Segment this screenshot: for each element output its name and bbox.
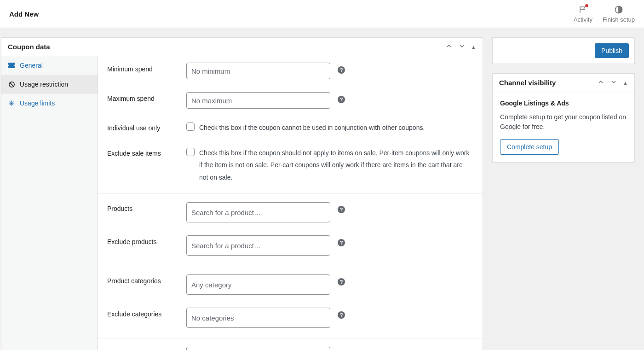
chevron-up-icon[interactable] [597, 78, 604, 87]
help-icon[interactable]: ? [338, 311, 345, 319]
coupon-data-panel: Coupon data ▲ General Usage restriction [1, 37, 483, 350]
finish-setup-button[interactable]: Finish setup [603, 5, 635, 23]
complete-setup-button[interactable]: Complete setup [500, 139, 559, 155]
help-icon[interactable]: ? [338, 206, 345, 213]
page-title: Add New [9, 10, 39, 18]
help-icon[interactable]: ? [338, 239, 345, 246]
help-icon[interactable]: ? [338, 96, 345, 103]
product-categories-input[interactable] [186, 274, 330, 295]
limits-icon [8, 99, 15, 107]
panel-title: Coupon data [8, 43, 50, 51]
contrast-circle-icon [614, 5, 624, 15]
exclude-sale-checkbox[interactable] [186, 148, 195, 156]
products-input[interactable] [186, 202, 330, 222]
panel-header: Coupon data ▲ [1, 38, 483, 56]
flag-icon [578, 5, 588, 15]
row-product-categories: Product categories ? [98, 266, 483, 301]
tab-label: General [20, 62, 43, 69]
label-products: Products [107, 202, 186, 212]
row-products: Products ? [98, 194, 483, 229]
channel-title: Channel visibility [499, 79, 556, 87]
maximum-spend-input[interactable] [186, 92, 330, 109]
row-individual-use: Individual use only Check this box if th… [98, 115, 483, 140]
row-exclude-products: Exclude products ? [98, 229, 483, 266]
topbar-actions: Activity Finish setup [574, 5, 635, 23]
publish-button[interactable]: Publish [595, 43, 629, 58]
label-minimum-spend: Minimum spend [107, 63, 186, 73]
label-exclude-categories: Exclude categories [107, 308, 186, 318]
finish-setup-label: Finish setup [603, 16, 635, 23]
tab-label: Usage restriction [20, 81, 68, 88]
chevron-up-icon[interactable] [445, 42, 453, 51]
panel-controls: ▲ [597, 78, 628, 87]
ban-icon [8, 81, 15, 88]
label-exclude-products: Exclude products [107, 235, 186, 245]
panel-controls: ▲ [445, 42, 476, 51]
activity-button[interactable]: Activity [574, 5, 592, 23]
tab-label: Usage limits [20, 99, 55, 107]
row-exclude-sale: Exclude sale items Check this box if the… [98, 140, 483, 194]
exclude-categories-input[interactable] [186, 308, 330, 328]
chevron-down-icon[interactable] [610, 78, 617, 87]
channel-heading: Google Listings & Ads [500, 99, 627, 107]
exclude-sale-desc: Check this box if the coupon should not … [199, 147, 473, 184]
allowed-emails-input[interactable] [186, 347, 330, 350]
label-product-categories: Product categories [107, 274, 186, 285]
svg-line-2 [10, 82, 14, 87]
channel-visibility-panel: Channel visibility ▲ Google Listings & A… [492, 73, 635, 163]
help-icon[interactable]: ? [338, 66, 345, 74]
help-icon[interactable]: ? [338, 278, 345, 286]
exclude-products-input[interactable] [186, 235, 330, 256]
chevron-down-icon[interactable] [458, 42, 466, 51]
tab-content: Minimum spend ? Maximum spend ? Individu… [98, 56, 483, 350]
individual-use-checkbox[interactable] [186, 122, 195, 131]
label-allowed-emails: Allowed emails [107, 347, 186, 350]
row-exclude-categories: Exclude categories ? [98, 301, 483, 338]
row-allowed-emails: Allowed emails ? [98, 338, 483, 350]
notification-dot-icon [585, 4, 588, 7]
topbar: Add New Activity Finish setup [0, 0, 644, 28]
individual-use-desc: Check this box if the coupon cannot be u… [199, 122, 473, 134]
channel-header: Channel visibility ▲ [493, 74, 634, 92]
publish-box: Publish [492, 37, 635, 64]
label-maximum-spend: Maximum spend [107, 92, 186, 102]
collapse-icon[interactable]: ▲ [471, 44, 476, 50]
side-tabs: General Usage restriction Usage limits [1, 56, 98, 350]
label-exclude-sale: Exclude sale items [107, 147, 186, 157]
row-maximum-spend: Maximum spend ? [98, 86, 483, 115]
minimum-spend-input[interactable] [186, 63, 330, 79]
tab-usage-limits[interactable]: Usage limits [1, 94, 98, 112]
ticket-icon [8, 62, 15, 69]
activity-label: Activity [574, 16, 592, 23]
row-minimum-spend: Minimum spend ? [98, 56, 483, 86]
channel-body: Google Listings & Ads Complete setup to … [493, 92, 634, 162]
collapse-icon[interactable]: ▲ [623, 80, 628, 86]
label-individual-use: Individual use only [107, 122, 186, 132]
tab-general[interactable]: General [1, 56, 98, 75]
tab-usage-restriction[interactable]: Usage restriction [1, 75, 98, 94]
channel-desc: Complete setup to get your coupon listed… [500, 112, 627, 132]
